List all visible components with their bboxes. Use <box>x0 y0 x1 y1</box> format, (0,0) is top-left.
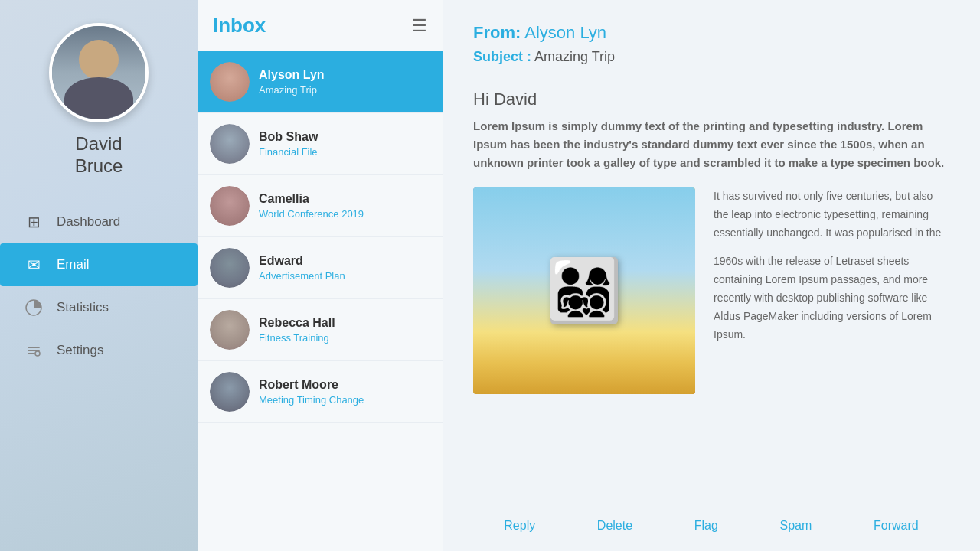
sidebar-item-label-statistics: Statistics <box>57 300 109 315</box>
dashboard-icon: ⊞ <box>23 211 44 233</box>
subject-line: Subject : Amazing Trip <box>473 49 949 65</box>
email-info-rebecca: Rebecca Hall Fitness Training <box>259 316 430 344</box>
from-name: Alyson Lyn <box>524 23 606 42</box>
email-list: Alyson Lyn Amazing Trip Bob Shaw Financi… <box>198 51 443 551</box>
email-item-rebecca[interactable]: Rebecca Hall Fitness Training <box>198 299 443 361</box>
family-photo <box>473 187 695 394</box>
side-text-paragraph-1: It has survived not only five centuries,… <box>714 187 949 242</box>
email-info-bob: Bob Shaw Financial File <box>259 130 430 158</box>
subject-rebecca: Fitness Training <box>259 332 430 344</box>
sender-edward: Edward <box>259 254 430 268</box>
sidebar-nav: ⊞ Dashboard ✉ Email Statistics <box>0 201 198 372</box>
sidebar-item-label-dashboard: Dashboard <box>57 214 120 230</box>
sidebar: David Bruce ⊞ Dashboard ✉ Email Statisti… <box>0 0 198 551</box>
email-item-alyson[interactable]: Alyson Lyn Amazing Trip <box>198 51 443 113</box>
email-body-paragraph: Lorem Ipsum is simply dummy text of the … <box>473 117 949 172</box>
sender-bob: Bob Shaw <box>259 130 430 144</box>
subject-value: Amazing Trip <box>534 49 615 64</box>
inbox-panel: Inbox ☰ Alyson Lyn Amazing Trip Bob Shaw… <box>198 0 443 551</box>
delete-button[interactable]: Delete <box>585 514 645 537</box>
subject-edward: Advertisement Plan <box>259 270 430 282</box>
hamburger-menu-icon[interactable]: ☰ <box>412 16 427 36</box>
avatar-alyson <box>210 62 250 102</box>
sidebar-item-label-email: Email <box>57 257 90 272</box>
subject-bob: Financial File <box>259 146 430 158</box>
side-text: It has survived not only five centuries,… <box>714 187 949 354</box>
email-header: From: Alyson Lyn Subject : Amazing Trip <box>473 23 949 65</box>
settings-icon <box>23 340 44 361</box>
email-info-camellia: Camellia World Conference 2019 <box>259 192 430 220</box>
side-text-paragraph-2: 1960s with the release of Letraset sheet… <box>714 253 949 344</box>
email-image <box>473 187 695 394</box>
email-icon: ✉ <box>23 254 44 276</box>
sidebar-item-statistics[interactable]: Statistics <box>0 286 198 329</box>
sender-camellia: Camellia <box>259 192 430 206</box>
sidebar-item-dashboard[interactable]: ⊞ Dashboard <box>0 201 198 243</box>
action-bar: Reply Delete Flag Spam Forward <box>473 500 949 551</box>
sidebar-item-email[interactable]: ✉ Email <box>0 243 198 286</box>
sender-alyson: Alyson Lyn <box>259 68 430 82</box>
email-item-edward[interactable]: Edward Advertisement Plan <box>198 237 443 299</box>
email-body-content: It has survived not only five centuries,… <box>473 187 949 394</box>
avatar-bob <box>210 124 250 164</box>
sender-robert: Robert Moore <box>259 378 430 392</box>
user-name: David Bruce <box>75 133 123 178</box>
avatar-robert <box>210 372 250 412</box>
avatar-rebecca <box>210 310 250 350</box>
from-label: From: <box>473 23 521 42</box>
flag-button[interactable]: Flag <box>682 514 730 537</box>
forward-button[interactable]: Forward <box>861 514 931 537</box>
avatar <box>49 23 149 122</box>
subject-alyson: Amazing Trip <box>259 84 430 96</box>
email-info-edward: Edward Advertisement Plan <box>259 254 430 282</box>
email-info-robert: Robert Moore Meeting Timing Change <box>259 378 430 406</box>
inbox-header: Inbox ☰ <box>198 0 443 51</box>
email-greeting: Hi David <box>473 90 949 109</box>
from-line: From: Alyson Lyn <box>473 23 949 43</box>
avatar-camellia <box>210 186 250 226</box>
subject-label: Subject : <box>473 49 531 64</box>
main-email-view: From: Alyson Lyn Subject : Amazing Trip … <box>443 0 980 551</box>
email-info-alyson: Alyson Lyn Amazing Trip <box>259 68 430 96</box>
subject-robert: Meeting Timing Change <box>259 394 430 406</box>
sidebar-item-settings[interactable]: Settings <box>0 329 198 372</box>
email-item-bob[interactable]: Bob Shaw Financial File <box>198 113 443 175</box>
email-item-camellia[interactable]: Camellia World Conference 2019 <box>198 175 443 237</box>
inbox-title: Inbox <box>213 14 266 37</box>
sidebar-item-label-settings: Settings <box>57 343 103 358</box>
spam-button[interactable]: Spam <box>768 514 825 537</box>
svg-point-4 <box>35 351 40 356</box>
statistics-icon <box>23 297 44 318</box>
subject-camellia: World Conference 2019 <box>259 208 430 220</box>
reply-button[interactable]: Reply <box>492 514 547 537</box>
email-item-robert[interactable]: Robert Moore Meeting Timing Change <box>198 361 443 423</box>
sender-rebecca: Rebecca Hall <box>259 316 430 330</box>
avatar-edward <box>210 248 250 288</box>
